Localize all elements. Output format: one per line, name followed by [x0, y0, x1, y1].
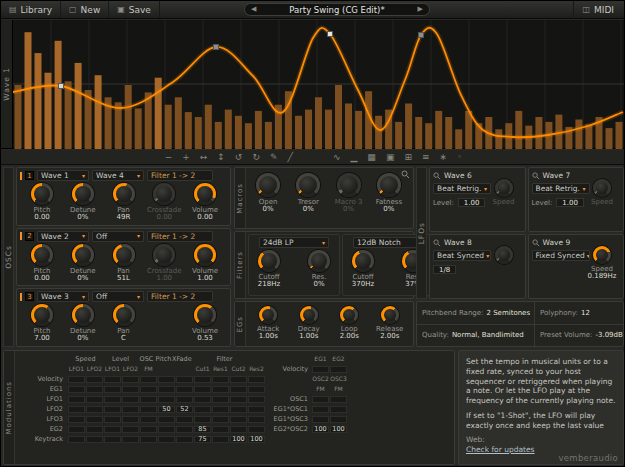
dot-icon[interactable]: ◦ [457, 153, 462, 162]
knob-cutoff[interactable]: Cutoff218Hz [249, 250, 289, 289]
mod-cell[interactable] [86, 426, 103, 433]
fm-cell[interactable] [312, 406, 329, 413]
mod-cell[interactable] [248, 426, 265, 433]
wave-bar[interactable] [175, 97, 182, 149]
knob-dial[interactable] [337, 173, 361, 197]
knob-speed[interactable]: Speed [486, 179, 522, 206]
wave-bar[interactable] [515, 111, 522, 149]
mod-cell[interactable] [140, 416, 157, 423]
knob-dial[interactable] [194, 244, 216, 266]
mod-cell[interactable] [212, 396, 229, 403]
filter-type-select[interactable]: 24dB LP▾ [259, 237, 329, 248]
mod-cell[interactable] [104, 376, 121, 383]
curve-handle[interactable] [328, 32, 333, 37]
knob-dial[interactable] [495, 179, 513, 197]
mod-cell[interactable] [68, 436, 85, 443]
fm-cell[interactable]: 100 [312, 426, 329, 433]
mod-cell[interactable] [86, 416, 103, 423]
mod-cell[interactable]: 50 [158, 406, 175, 413]
mod-cell[interactable] [194, 396, 211, 403]
wave-bar[interactable] [295, 116, 302, 149]
osc-wave-select[interactable]: Wave 3▾ [37, 291, 89, 302]
mod-cell[interactable] [86, 386, 103, 393]
knob-dial[interactable] [113, 304, 135, 326]
curve-icon[interactable]: ∿ [333, 153, 341, 162]
knob-volume[interactable]: Volume1.00 [185, 244, 225, 283]
fit-horizontal-icon[interactable]: ↔ [200, 153, 208, 162]
snap-icon[interactable]: ▣ [386, 153, 395, 162]
knob-dial[interactable] [153, 183, 175, 205]
knob-dial[interactable] [31, 304, 53, 326]
mod-cell[interactable]: 100 [230, 436, 247, 443]
knob-dial[interactable] [194, 183, 216, 205]
mod-cell[interactable] [158, 416, 175, 423]
undo-icon[interactable]: ↺ [235, 153, 243, 162]
wave-bar[interactable] [245, 123, 252, 149]
mod-cell[interactable] [122, 426, 139, 433]
knob-volume[interactable]: Volume0.53 [185, 304, 225, 343]
mod-cell[interactable] [104, 436, 121, 443]
mod-cell[interactable] [248, 406, 265, 413]
wave-bar[interactable] [355, 111, 362, 149]
knob-fatness[interactable]: Fatness0% [369, 173, 409, 214]
knob-dial[interactable] [72, 304, 94, 326]
curve-handle[interactable] [59, 84, 64, 89]
wave-bar[interactable] [405, 104, 412, 150]
mod-cell[interactable] [212, 436, 229, 443]
osc-filter-route-select[interactable]: Filter 1 -> 2 [147, 291, 213, 302]
mod-cell[interactable] [194, 386, 211, 393]
knob-dial[interactable] [72, 183, 94, 205]
fm-cell[interactable] [330, 406, 347, 413]
knob-crossfade[interactable]: Crossfade0.00 [144, 183, 184, 222]
info-polyphony[interactable]: Polyphony:12 [535, 302, 623, 324]
fm-cell[interactable] [330, 416, 347, 423]
mod-cell[interactable] [248, 376, 265, 383]
wave-bar[interactable] [616, 122, 623, 149]
mod-cell[interactable] [122, 406, 139, 413]
mod-cell[interactable] [158, 436, 175, 443]
zoom-in-icon[interactable]: + [182, 153, 190, 162]
knob-dial[interactable] [258, 250, 280, 272]
knob-detune[interactable]: Detune0% [63, 183, 103, 222]
mod-cell[interactable] [176, 436, 193, 443]
mod-cell[interactable] [104, 426, 121, 433]
lfo-trigger-select[interactable]: Beat Retrig.▾ [433, 183, 491, 194]
fm-cell[interactable] [330, 366, 347, 373]
fm-cell[interactable] [312, 396, 329, 403]
wave-bar[interactable] [205, 105, 212, 149]
mod-cell[interactable] [158, 386, 175, 393]
knob-dial[interactable] [495, 246, 513, 264]
knob-speed[interactable]: Speed [584, 179, 620, 206]
mod-cell[interactable] [212, 376, 229, 383]
fm-cell[interactable]: 100 [330, 426, 347, 433]
wave-bar[interactable] [345, 104, 352, 150]
lfo-trigger-select[interactable]: Beat Retrig.▾ [532, 183, 590, 194]
mod-cell[interactable] [68, 416, 85, 423]
knob-dial[interactable] [300, 306, 318, 324]
mod-cell[interactable] [86, 436, 103, 443]
lfo-level-value[interactable]: 1.00 [458, 198, 486, 207]
knob-pitch[interactable]: Pitch7.00 [22, 304, 62, 343]
knob-open[interactable]: Open0% [248, 173, 288, 214]
mod-cell[interactable] [122, 436, 139, 443]
lfo-trigger-select[interactable]: Beat Synced▾ [433, 250, 491, 261]
mod-cell[interactable] [140, 406, 157, 413]
knob-pan[interactable]: Pan49R [104, 183, 144, 222]
osc-filter-route-select[interactable]: Filter 1 -> 2 [147, 170, 213, 181]
wave-bar[interactable] [445, 117, 452, 149]
osc-wave-select[interactable]: Wave 1▾ [37, 170, 89, 181]
wave-bar[interactable] [435, 111, 442, 149]
knob-pan[interactable]: PanC [104, 304, 144, 343]
mod-cell[interactable] [248, 386, 265, 393]
mod-cell[interactable] [140, 396, 157, 403]
mod-cell[interactable] [230, 416, 247, 423]
wave-bar[interactable] [425, 123, 432, 149]
prev-patch-arrow-icon[interactable]: ◀ [251, 6, 256, 13]
wave-editor-canvas[interactable] [13, 20, 624, 149]
mod-cell[interactable] [122, 416, 139, 423]
wave-bar[interactable] [535, 117, 542, 149]
step-icon[interactable]: ▁ [350, 153, 357, 162]
wave-bar[interactable] [15, 85, 22, 149]
knob-decay[interactable]: Decay1.00s [291, 306, 327, 341]
wave-bar[interactable] [415, 117, 422, 149]
